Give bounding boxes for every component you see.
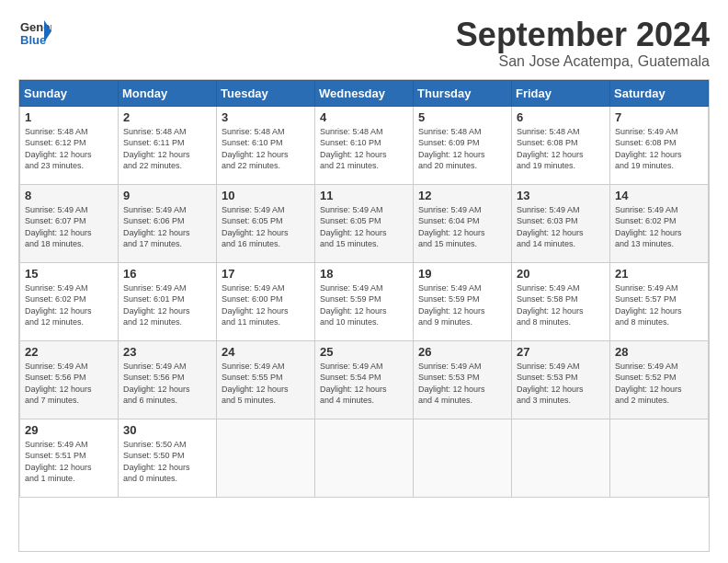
day-info: Sunrise: 5:49 AM Sunset: 5:59 PM Dayligh…	[320, 282, 408, 328]
sunrise-label: Sunrise: 5:49 AM	[615, 205, 678, 214]
day-info: Sunrise: 5:49 AM Sunset: 6:02 PM Dayligh…	[615, 204, 703, 250]
sunrise-label: Sunrise: 5:49 AM	[320, 362, 383, 371]
sunset-label: Sunset: 5:52 PM	[615, 373, 677, 382]
sunset-label: Sunset: 5:53 PM	[418, 373, 480, 382]
day-info: Sunrise: 5:49 AM Sunset: 5:52 PM Dayligh…	[615, 361, 703, 407]
daylight-label: Daylight: 12 hours	[517, 385, 584, 394]
sunset-label: Sunset: 6:08 PM	[615, 138, 677, 147]
daylight-minutes: and 13 minutes.	[615, 239, 674, 248]
sunrise-label: Sunrise: 5:48 AM	[320, 127, 383, 136]
daylight-label: Daylight: 12 hours	[320, 306, 387, 316]
day-number: 26	[418, 345, 506, 359]
sunrise-label: Sunrise: 5:49 AM	[123, 283, 187, 293]
day-number: 25	[320, 345, 408, 359]
daylight-minutes: and 11 minutes.	[222, 317, 280, 327]
sunrise-label: Sunrise: 5:49 AM	[418, 362, 482, 371]
col-header-saturday: Saturday	[610, 80, 709, 106]
day-cell: 20 Sunrise: 5:49 AM Sunset: 5:58 PM Dayl…	[512, 262, 610, 340]
daylight-minutes: and 4 minutes.	[418, 396, 472, 405]
daylight-minutes: and 14 minutes.	[517, 239, 575, 248]
col-header-wednesday: Wednesday	[315, 80, 414, 106]
day-number: 3	[222, 110, 310, 124]
sunrise-label: Sunrise: 5:49 AM	[517, 205, 580, 214]
sunset-label: Sunset: 6:09 PM	[418, 138, 480, 147]
svg-text:Blue: Blue	[20, 33, 46, 47]
day-number: 28	[615, 345, 703, 359]
week-row-5: 29 Sunrise: 5:49 AM Sunset: 5:51 PM Dayl…	[20, 419, 709, 497]
page: General Blue September 2024 San Jose Aca…	[0, 0, 728, 563]
daylight-label: Daylight: 12 hours	[320, 228, 387, 237]
day-cell: 3 Sunrise: 5:48 AM Sunset: 6:10 PM Dayli…	[217, 106, 315, 184]
sunrise-label: Sunrise: 5:49 AM	[615, 127, 678, 136]
day-number: 23	[123, 345, 211, 359]
day-cell: 29 Sunrise: 5:49 AM Sunset: 5:51 PM Dayl…	[20, 419, 119, 497]
sunset-label: Sunset: 6:10 PM	[320, 138, 381, 147]
sunrise-label: Sunrise: 5:49 AM	[25, 440, 88, 449]
day-number: 8	[25, 189, 113, 202]
daylight-label: Daylight: 12 hours	[25, 463, 92, 472]
day-info: Sunrise: 5:48 AM Sunset: 6:11 PM Dayligh…	[123, 126, 211, 172]
day-info: Sunrise: 5:48 AM Sunset: 6:10 PM Dayligh…	[320, 126, 408, 172]
day-cell: 4 Sunrise: 5:48 AM Sunset: 6:10 PM Dayli…	[315, 106, 414, 184]
sunrise-label: Sunrise: 5:48 AM	[25, 127, 88, 136]
daylight-minutes: and 23 minutes.	[25, 161, 84, 170]
daylight-label: Daylight: 12 hours	[222, 228, 289, 237]
day-number: 16	[123, 267, 211, 281]
day-number: 17	[222, 267, 310, 281]
sunset-label: Sunset: 5:54 PM	[320, 373, 381, 382]
day-number: 13	[517, 189, 605, 202]
day-info: Sunrise: 5:49 AM Sunset: 6:03 PM Dayligh…	[517, 204, 605, 250]
day-cell: 23 Sunrise: 5:49 AM Sunset: 5:56 PM Dayl…	[119, 340, 217, 419]
sunset-label: Sunset: 5:50 PM	[123, 451, 185, 460]
sunset-label: Sunset: 6:10 PM	[222, 138, 283, 147]
day-info: Sunrise: 5:49 AM Sunset: 5:53 PM Dayligh…	[517, 361, 605, 407]
day-info: Sunrise: 5:49 AM Sunset: 6:01 PM Dayligh…	[123, 282, 211, 328]
daylight-minutes: and 6 minutes.	[123, 396, 177, 405]
sunrise-label: Sunrise: 5:49 AM	[615, 283, 678, 293]
sunrise-label: Sunrise: 5:49 AM	[25, 362, 88, 371]
daylight-minutes: and 12 minutes.	[123, 317, 182, 327]
daylight-minutes: and 8 minutes.	[615, 317, 669, 327]
daylight-minutes: and 17 minutes.	[123, 239, 182, 248]
sunrise-label: Sunrise: 5:48 AM	[517, 127, 580, 136]
daylight-label: Daylight: 12 hours	[25, 228, 92, 237]
day-number: 10	[222, 189, 310, 202]
daylight-label: Daylight: 12 hours	[25, 306, 92, 316]
sunset-label: Sunset: 6:05 PM	[320, 216, 381, 225]
sunrise-label: Sunrise: 5:49 AM	[25, 205, 88, 214]
daylight-minutes: and 16 minutes.	[222, 239, 280, 248]
daylight-label: Daylight: 12 hours	[123, 463, 190, 472]
daylight-label: Daylight: 12 hours	[25, 150, 92, 159]
day-info: Sunrise: 5:49 AM Sunset: 5:56 PM Dayligh…	[123, 361, 211, 407]
col-header-friday: Friday	[512, 80, 610, 106]
daylight-label: Daylight: 12 hours	[517, 150, 584, 159]
day-number: 11	[320, 189, 408, 202]
daylight-minutes: and 7 minutes.	[25, 396, 79, 405]
sunset-label: Sunset: 5:56 PM	[123, 373, 185, 382]
daylight-minutes: and 5 minutes.	[222, 396, 276, 405]
sunset-label: Sunset: 6:05 PM	[222, 216, 283, 225]
day-number: 4	[320, 110, 408, 124]
col-header-thursday: Thursday	[414, 80, 512, 106]
day-cell: 19 Sunrise: 5:49 AM Sunset: 5:59 PM Dayl…	[414, 262, 512, 340]
sunrise-label: Sunrise: 5:49 AM	[320, 205, 383, 214]
day-cell: 25 Sunrise: 5:49 AM Sunset: 5:54 PM Dayl…	[315, 340, 414, 419]
day-cell: 11 Sunrise: 5:49 AM Sunset: 6:05 PM Dayl…	[315, 184, 414, 262]
daylight-label: Daylight: 12 hours	[615, 150, 682, 159]
sunset-label: Sunset: 6:04 PM	[418, 216, 480, 225]
daylight-label: Daylight: 12 hours	[222, 385, 289, 394]
daylight-minutes: and 4 minutes.	[320, 396, 374, 405]
day-info: Sunrise: 5:48 AM Sunset: 6:12 PM Dayligh…	[25, 126, 113, 172]
daylight-label: Daylight: 12 hours	[615, 385, 682, 394]
day-cell: 21 Sunrise: 5:49 AM Sunset: 5:57 PM Dayl…	[610, 262, 709, 340]
day-cell: 5 Sunrise: 5:48 AM Sunset: 6:09 PM Dayli…	[414, 106, 512, 184]
day-number: 7	[615, 110, 703, 124]
day-cell: 6 Sunrise: 5:48 AM Sunset: 6:08 PM Dayli…	[512, 106, 610, 184]
daylight-label: Daylight: 12 hours	[418, 306, 485, 316]
week-row-1: 1 Sunrise: 5:48 AM Sunset: 6:12 PM Dayli…	[20, 106, 709, 184]
day-info: Sunrise: 5:49 AM Sunset: 5:59 PM Dayligh…	[418, 282, 506, 328]
logo-icon: General Blue	[18, 17, 51, 50]
day-info: Sunrise: 5:49 AM Sunset: 6:00 PM Dayligh…	[222, 282, 310, 328]
daylight-label: Daylight: 12 hours	[123, 150, 190, 159]
day-number: 12	[418, 189, 506, 202]
